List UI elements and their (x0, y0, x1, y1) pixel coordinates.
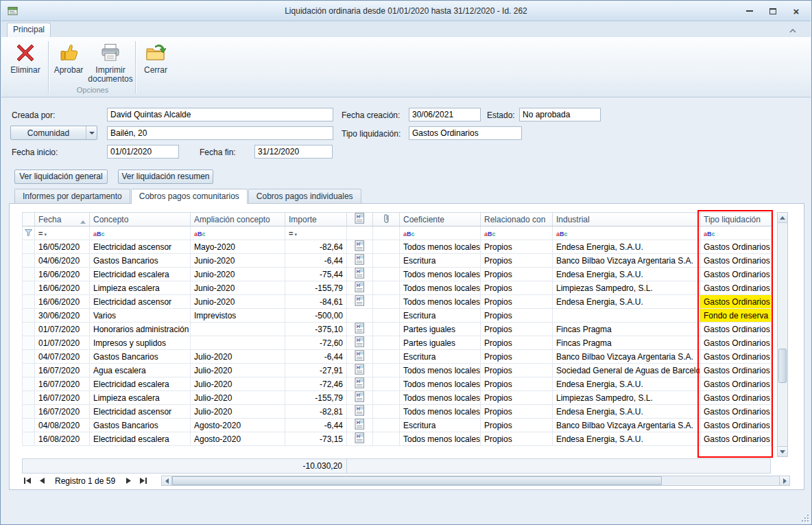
row-indicator-cell[interactable] (23, 323, 35, 336)
row-indicator-cell[interactable] (23, 336, 35, 350)
cell-industrial[interactable]: Endesa Energia, S.A.U. (553, 377, 700, 391)
cell-documento[interactable]: H (347, 405, 373, 419)
previous-record-button[interactable] (36, 476, 47, 485)
cell-documento[interactable]: H (347, 432, 373, 446)
filter-cell-relacionado[interactable]: aBc (481, 226, 553, 240)
row-indicator-cell[interactable] (23, 432, 35, 446)
cell-ampliacion[interactable]: Julio-2020 (191, 377, 285, 391)
cell-documento[interactable]: H (347, 377, 373, 391)
cell-ampliacion[interactable]: Junio-2020 (191, 281, 285, 295)
cell-ampliacion[interactable]: Agosto-2020 (191, 432, 285, 446)
filter-cell-tipo[interactable]: aBc (700, 226, 772, 240)
minimize-button[interactable] (741, 4, 759, 18)
filter-cell-doc[interactable] (347, 226, 373, 240)
cell-concepto[interactable]: Electricidad ascensor (90, 405, 191, 419)
cell-ampliacion[interactable] (191, 323, 285, 336)
cell-documento[interactable]: H (347, 350, 373, 364)
filter-cell-importe[interactable]: =▾ (285, 226, 347, 240)
cell-industrial[interactable]: Limpiezas Sampedro, S.L. (553, 281, 700, 295)
cell-coeficiente[interactable]: Todos menos locales (400, 432, 481, 446)
cell-coeficiente[interactable]: Todos menos locales (400, 391, 481, 405)
cell-relacionado[interactable]: Propios (481, 350, 553, 364)
tipo-liquidacion-field[interactable] (409, 126, 522, 140)
tab-cobros-pagos-individuales[interactable]: Cobros pagos individuales (248, 189, 361, 203)
column-header-concepto[interactable]: Concepto (90, 213, 191, 226)
cell-importe[interactable]: -155,79 (285, 391, 347, 405)
horizontal-scroll-thumb[interactable] (172, 476, 662, 485)
row-indicator-cell[interactable] (23, 405, 35, 419)
cerrar-button[interactable]: Cerrar (138, 40, 174, 89)
cell-concepto[interactable]: Limpieza escalera (90, 281, 191, 295)
row-indicator-cell[interactable] (23, 377, 35, 391)
cell-adjunto[interactable] (373, 419, 400, 432)
cell-documento[interactable]: H (347, 364, 373, 377)
cell-fecha[interactable]: 16/05/2020 (35, 240, 90, 254)
last-record-button[interactable] (137, 476, 148, 485)
cell-coeficiente[interactable]: Todos menos locales (400, 405, 481, 419)
cell-coeficiente[interactable]: Escritura (400, 350, 481, 364)
eliminar-button[interactable]: Eliminar (5, 40, 45, 89)
cell-concepto[interactable]: Electricidad ascensor (90, 240, 191, 254)
cell-ampliacion[interactable] (191, 336, 285, 350)
cell-relacionado[interactable]: Propios (481, 295, 553, 309)
cell-ampliacion[interactable]: Julio-2020 (191, 364, 285, 377)
cell-adjunto[interactable] (373, 323, 400, 336)
vertical-scrollbar[interactable] (777, 212, 788, 457)
cell-adjunto[interactable] (373, 405, 400, 419)
aprobar-button[interactable]: Aprobar (51, 40, 86, 89)
column-header-ampliacion[interactable]: Ampliación concepto (191, 213, 285, 226)
scroll-left-button[interactable] (162, 476, 172, 485)
cell-importe[interactable]: -500,00 (285, 309, 347, 323)
cell-importe[interactable]: -375,10 (285, 323, 347, 336)
row-indicator-cell[interactable] (23, 295, 35, 309)
fecha-creacion-field[interactable] (409, 108, 481, 121)
cell-adjunto[interactable] (373, 240, 400, 254)
cell-documento[interactable] (347, 309, 373, 323)
next-record-button[interactable] (123, 476, 134, 485)
cell-relacionado[interactable]: Propios (481, 419, 553, 432)
cell-adjunto[interactable] (373, 364, 400, 377)
cell-concepto[interactable]: Limpieza escalera (90, 391, 191, 405)
filter-cell-concepto[interactable]: aBc (90, 226, 191, 240)
cell-ampliacion[interactable]: Julio-2020 (191, 350, 285, 364)
vertical-scroll-thumb[interactable] (778, 349, 787, 383)
cell-fecha[interactable]: 04/07/2020 (35, 350, 90, 364)
filter-cell-clip[interactable] (373, 226, 400, 240)
cell-importe[interactable]: -82,81 (285, 405, 347, 419)
cell-adjunto[interactable] (373, 254, 400, 268)
cell-relacionado[interactable]: Propios (481, 281, 553, 295)
cell-coeficiente[interactable]: Escritura (400, 254, 481, 268)
cell-documento[interactable]: H (347, 268, 373, 281)
cell-fecha[interactable]: 16/07/2020 (35, 377, 90, 391)
cell-importe[interactable]: -6,44 (285, 254, 347, 268)
cell-relacionado[interactable]: Propios (481, 323, 553, 336)
filter-cell-industrial[interactable]: aBc (553, 226, 700, 240)
cell-documento[interactable]: H (347, 323, 373, 336)
cell-concepto[interactable]: Electricidad escalera (90, 268, 191, 281)
cell-adjunto[interactable] (373, 350, 400, 364)
cell-importe[interactable]: -75,44 (285, 268, 347, 281)
ver-liquidacion-general-button[interactable]: Ver liquidación general (14, 170, 108, 184)
column-header-coeficiente[interactable]: Coeficiente (400, 213, 481, 226)
row-indicator-cell[interactable] (23, 391, 35, 405)
cell-importe[interactable]: -6,44 (285, 419, 347, 432)
cell-ampliacion[interactable]: Junio-2020 (191, 268, 285, 281)
fecha-fin-field[interactable] (254, 145, 333, 159)
cell-concepto[interactable]: Electricidad escalera (90, 377, 191, 391)
cell-concepto[interactable]: Impresos y suplidos (90, 336, 191, 350)
cell-fecha[interactable]: 16/07/2020 (35, 405, 90, 419)
cell-importe[interactable]: -72,60 (285, 336, 347, 350)
cell-adjunto[interactable] (373, 268, 400, 281)
row-indicator-cell[interactable] (23, 309, 35, 323)
cell-fecha[interactable]: 04/08/2020 (35, 419, 90, 432)
cell-fecha[interactable]: 16/07/2020 (35, 364, 90, 377)
cell-fecha[interactable]: 01/07/2020 (35, 323, 90, 336)
cell-fecha[interactable]: 01/07/2020 (35, 336, 90, 350)
fecha-inicio-field[interactable] (107, 145, 179, 159)
tab-principal[interactable]: Principal (7, 23, 51, 37)
cell-concepto[interactable]: Honorarios administración (90, 323, 191, 336)
resize-grip[interactable] (800, 513, 809, 522)
imprimir-documentos-button[interactable]: Imprimir documentos (88, 40, 133, 89)
cell-tipo-liquidacion[interactable]: Gastos Ordinarios (700, 268, 772, 281)
horizontal-scrollbar[interactable] (161, 476, 790, 486)
